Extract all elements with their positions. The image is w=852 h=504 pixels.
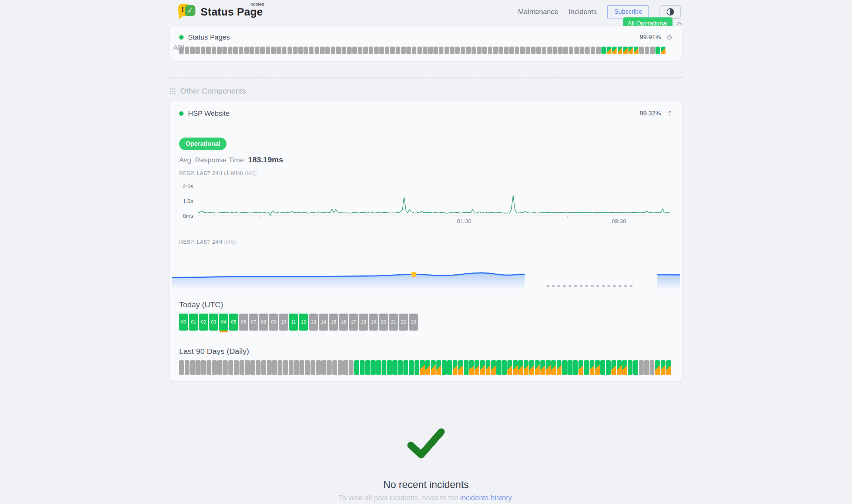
uptime-bar-nodata[interactable] bbox=[563, 47, 568, 54]
uptime-bar-operational[interactable] bbox=[655, 47, 660, 54]
day-block-nodata[interactable] bbox=[201, 360, 206, 375]
uptime-bar-nodata[interactable] bbox=[417, 47, 422, 54]
day-block-operational[interactable] bbox=[409, 360, 414, 375]
uptime-bar-nodata[interactable] bbox=[282, 47, 286, 54]
uptime-bar-nodata[interactable] bbox=[526, 47, 530, 54]
day-block-degraded[interactable] bbox=[540, 360, 545, 375]
uptime-bar-nodata[interactable] bbox=[201, 47, 205, 54]
day-block-nodata[interactable] bbox=[239, 360, 244, 375]
hour-block-15[interactable]: 15 bbox=[329, 314, 338, 331]
uptime-bar-nodata[interactable] bbox=[331, 47, 335, 54]
hour-block-16[interactable]: 16 bbox=[339, 314, 348, 331]
hour-block-13[interactable]: 13 bbox=[309, 314, 318, 331]
component-name[interactable]: Status Pages bbox=[188, 33, 230, 41]
day-block-nodata[interactable] bbox=[283, 360, 288, 375]
nav-incidents[interactable]: Incidents bbox=[568, 8, 597, 16]
day-block-nodata[interactable] bbox=[349, 360, 353, 375]
day-block-nodata[interactable] bbox=[185, 360, 189, 375]
day-block-degraded[interactable] bbox=[453, 360, 457, 375]
day-block-operational[interactable] bbox=[382, 360, 386, 375]
day-block-nodata[interactable] bbox=[332, 360, 337, 375]
day-block-nodata[interactable] bbox=[195, 360, 200, 375]
day-block-nodata[interactable] bbox=[228, 360, 233, 375]
day-block-operational[interactable] bbox=[600, 360, 605, 375]
uptime-bar-nodata[interactable] bbox=[466, 47, 470, 54]
uptime-bar-nodata[interactable] bbox=[428, 47, 433, 54]
day-block-nodata[interactable] bbox=[272, 360, 277, 375]
uptime-bar-nodata[interactable] bbox=[298, 47, 303, 54]
uptime-bar-nodata[interactable] bbox=[401, 47, 406, 54]
uptime-bar-nodata[interactable] bbox=[325, 47, 330, 54]
uptime-bar-nodata[interactable] bbox=[271, 47, 276, 54]
uptime-bar-nodata[interactable] bbox=[309, 47, 313, 54]
uptime-bar-nodata[interactable] bbox=[206, 47, 211, 54]
day-block-operational[interactable] bbox=[573, 360, 578, 375]
day-block-degraded[interactable] bbox=[535, 360, 540, 375]
hour-block-23[interactable]: 23 bbox=[409, 314, 418, 331]
day-block-nodata[interactable] bbox=[256, 360, 261, 375]
uptime-bar-nodata[interactable] bbox=[244, 47, 249, 54]
uptime-bar-nodata[interactable] bbox=[228, 47, 232, 54]
uptime-bar-nodata[interactable] bbox=[363, 47, 368, 54]
uptime-bar-nodata[interactable] bbox=[482, 47, 487, 54]
uptime-bar-nodata[interactable] bbox=[499, 47, 503, 54]
day-block-degraded[interactable] bbox=[513, 360, 518, 375]
day-block-degraded[interactable] bbox=[666, 360, 671, 375]
uptime-bar-nodata[interactable] bbox=[260, 47, 265, 54]
uptime-bar-nodata[interactable] bbox=[433, 47, 438, 54]
uptime-bar-nodata[interactable] bbox=[650, 47, 654, 54]
day-block-nodata[interactable] bbox=[650, 360, 654, 375]
uptime-bar-nodata[interactable] bbox=[195, 47, 200, 54]
day-block-degraded[interactable] bbox=[617, 360, 622, 375]
day-block-degraded[interactable] bbox=[518, 360, 523, 375]
trend-up-icon[interactable]: ⇡ bbox=[667, 110, 673, 117]
uptime-bar-nodata[interactable] bbox=[185, 47, 189, 54]
day-block-operational[interactable] bbox=[502, 360, 507, 375]
theme-toggle-button[interactable] bbox=[660, 5, 681, 19]
day-block-degraded[interactable] bbox=[425, 360, 430, 375]
hour-block-05[interactable]: 05 bbox=[229, 314, 238, 331]
uptime-bar-nodata[interactable] bbox=[412, 47, 416, 54]
hour-block-19[interactable]: 19 bbox=[369, 314, 378, 331]
hour-block-04[interactable]: 04 bbox=[219, 314, 228, 331]
hour-block-18[interactable]: 18 bbox=[359, 314, 368, 331]
uptime-bar-nodata[interactable] bbox=[574, 47, 579, 54]
hour-block-20[interactable]: 20 bbox=[379, 314, 388, 331]
hour-block-14[interactable]: 14 bbox=[319, 314, 328, 331]
day-block-degraded[interactable] bbox=[436, 360, 441, 375]
day-block-nodata[interactable] bbox=[321, 360, 326, 375]
day-block-degraded[interactable] bbox=[590, 360, 594, 375]
uptime-bar-nodata[interactable] bbox=[445, 47, 449, 54]
uptime-bar-nodata[interactable] bbox=[212, 47, 216, 54]
uptime-bar-nodata[interactable] bbox=[347, 47, 351, 54]
nav-maintenance[interactable]: Maintenance bbox=[518, 8, 559, 16]
day-block-operational[interactable] bbox=[365, 360, 370, 375]
day-block-degraded[interactable] bbox=[655, 360, 660, 375]
day-block-operational[interactable] bbox=[354, 360, 359, 375]
day-block-operational[interactable] bbox=[628, 360, 633, 375]
day-block-degraded[interactable] bbox=[480, 360, 485, 375]
day-block-nodata[interactable] bbox=[343, 360, 348, 375]
day-block-nodata[interactable] bbox=[278, 360, 282, 375]
hour-block-01[interactable]: 01 bbox=[189, 314, 198, 331]
uptime-bar-nodata[interactable] bbox=[320, 47, 324, 54]
day-block-degraded[interactable] bbox=[486, 360, 490, 375]
day-block-operational[interactable] bbox=[562, 360, 567, 375]
uptime-bar-degraded[interactable] bbox=[607, 47, 611, 54]
hour-block-11[interactable]: 11 bbox=[289, 314, 298, 331]
uptime-bar-nodata[interactable] bbox=[385, 47, 389, 54]
day-block-nodata[interactable] bbox=[217, 360, 222, 375]
uptime-bar-nodata[interactable] bbox=[580, 47, 584, 54]
uptime-bar-nodata[interactable] bbox=[461, 47, 465, 54]
day-block-nodata[interactable] bbox=[294, 360, 299, 375]
day-block-nodata[interactable] bbox=[261, 360, 266, 375]
uptime-bar-nodata[interactable] bbox=[406, 47, 411, 54]
uptime-bar-nodata[interactable] bbox=[288, 47, 292, 54]
uptime-bar-nodata[interactable] bbox=[439, 47, 443, 54]
uptime-bar-nodata[interactable] bbox=[233, 47, 238, 54]
day-block-nodata[interactable] bbox=[223, 360, 228, 375]
day-block-nodata[interactable] bbox=[305, 360, 310, 375]
day-block-nodata[interactable] bbox=[207, 360, 211, 375]
day-block-degraded[interactable] bbox=[458, 360, 463, 375]
day-block-degraded[interactable] bbox=[595, 360, 600, 375]
